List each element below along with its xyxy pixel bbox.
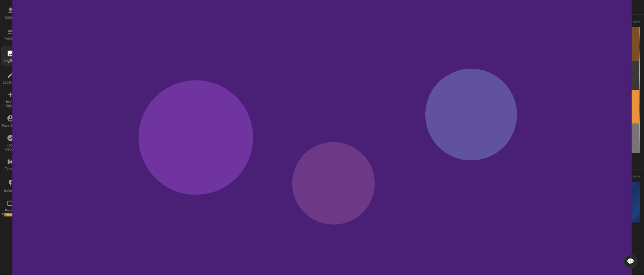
text-to-image-section: 🖼 Text-to-Image Just now: [448, 169, 644, 227]
tti-grid: [452, 182, 640, 223]
tti-item-2[interactable]: [546, 182, 640, 223]
tti-image-2: [546, 182, 640, 223]
right-panel: 🕐 Results ▤ Layers 🖼 Image-to-Image Just…: [448, 0, 644, 275]
chat-icon[interactable]: 💬: [624, 255, 637, 268]
svg-rect-37: [546, 182, 632, 223]
